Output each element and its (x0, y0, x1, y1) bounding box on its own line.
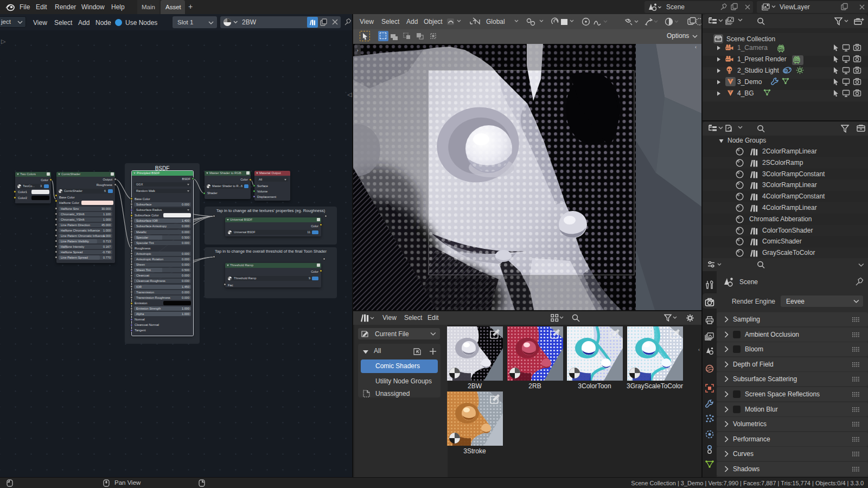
svg-text:Global: Global (486, 18, 505, 25)
